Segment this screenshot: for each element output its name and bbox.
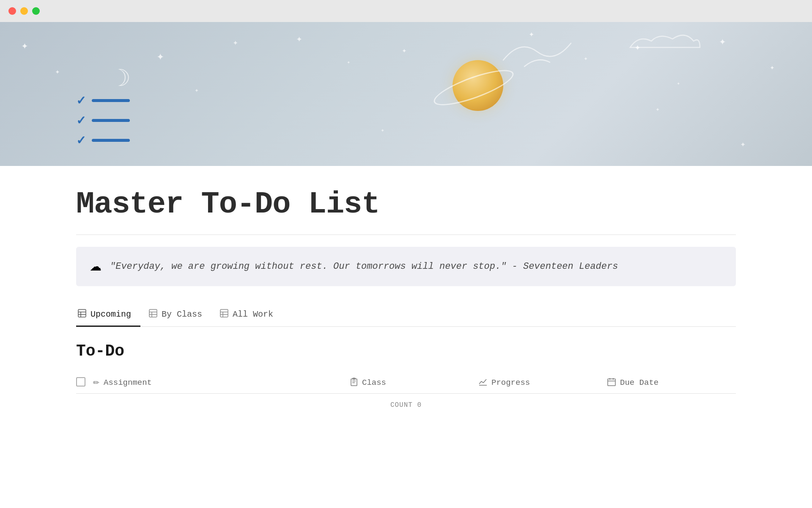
pencil-icon: ✏ — [93, 378, 99, 387]
check-line — [92, 139, 130, 142]
table-header: ✏ Assignment Class Progress — [76, 372, 736, 394]
close-button[interactable] — [8, 7, 16, 15]
maximize-button[interactable] — [32, 7, 40, 15]
cloud-decoration — [626, 28, 702, 54]
checkbox-icon — [76, 377, 85, 387]
column-class-label: Class — [362, 378, 386, 387]
svg-rect-12 — [351, 379, 357, 386]
star-icon: ✦ — [381, 128, 384, 133]
svg-rect-17 — [608, 379, 615, 386]
star-icon: ✦ — [656, 107, 660, 113]
tab-all-work-label: All Work — [233, 309, 273, 319]
check-line — [92, 119, 130, 122]
star-icon: ✦ — [584, 56, 588, 62]
svg-rect-0 — [78, 309, 86, 317]
checkmark-icon: ✓ — [76, 113, 86, 127]
checklist-icon: ✓ ✓ ✓ — [76, 94, 130, 153]
column-progress-label: Progress — [491, 378, 530, 387]
star-icon: ✦ — [55, 69, 60, 75]
svg-rect-8 — [220, 309, 228, 317]
column-class: Class — [350, 378, 479, 388]
page-title: Master To-Do List — [76, 187, 736, 222]
chart-icon — [479, 378, 487, 388]
tab-all-work[interactable]: All Work — [218, 303, 283, 327]
title-divider — [76, 235, 736, 235]
minimize-button[interactable] — [20, 7, 28, 15]
tab-by-class[interactable]: By Class — [147, 303, 211, 327]
decoration-lines — [499, 35, 584, 69]
svg-rect-4 — [149, 309, 157, 317]
tab-by-class-label: By Class — [162, 309, 202, 319]
moon-icon: ☽ — [110, 66, 131, 90]
quote-text: "Everyday, we are growing without rest. … — [110, 259, 618, 274]
table-icon — [78, 309, 86, 320]
column-due-date-label: Due Date — [620, 378, 658, 387]
column-progress: Progress — [479, 378, 607, 388]
column-check — [76, 377, 93, 388]
check-line — [92, 99, 130, 102]
column-assignment-label: Assignment — [104, 378, 152, 387]
count-label: COUNT 0 — [390, 401, 422, 409]
clipboard-icon — [350, 378, 358, 388]
star-icon: ✦ — [402, 47, 407, 54]
star-icon: ✦ — [156, 52, 164, 63]
star-icon: ✦ — [21, 41, 28, 51]
tab-upcoming-label: Upcoming — [91, 309, 131, 319]
star-icon: ✦ — [195, 88, 199, 94]
tab-upcoming[interactable]: Upcoming — [76, 303, 140, 327]
window-chrome — [0, 0, 812, 22]
quote-block: ☁ "Everyday, we are growing without rest… — [76, 247, 736, 286]
checkmark-icon: ✓ — [76, 94, 86, 108]
table-icon — [220, 309, 228, 320]
checkmark-icon: ✓ — [76, 133, 86, 147]
calendar-icon — [607, 378, 616, 388]
star-icon: ✦ — [740, 141, 746, 149]
tab-bar: Upcoming By Class — [76, 303, 736, 327]
star-icon: ✦ — [677, 81, 680, 86]
section-heading-todo: To-Do — [76, 342, 736, 360]
cloud-icon: ☁ — [90, 260, 102, 273]
star-icon: ✦ — [770, 64, 775, 71]
column-assignment: ✏ Assignment — [93, 378, 350, 387]
star-icon: ✦ — [296, 35, 302, 44]
column-due-date: Due Date — [607, 378, 736, 388]
table-icon — [149, 309, 157, 320]
star-icon: ✦ — [719, 37, 726, 47]
main-content: Master To-Do List ☁ "Everyday, we are gr… — [0, 187, 812, 417]
star-icon: ✦ — [233, 39, 238, 47]
count-row: COUNT 0 — [76, 394, 736, 417]
star-icon: ✦ — [347, 60, 350, 65]
banner: ✦ ✦ ✦ ✦ ✦ ✦ ✦ ✦ ✦ ✦ ✦ ✦ ✦ ✦ ✦ ✦ ✦ ☽ ✓ ✓ … — [0, 22, 812, 166]
